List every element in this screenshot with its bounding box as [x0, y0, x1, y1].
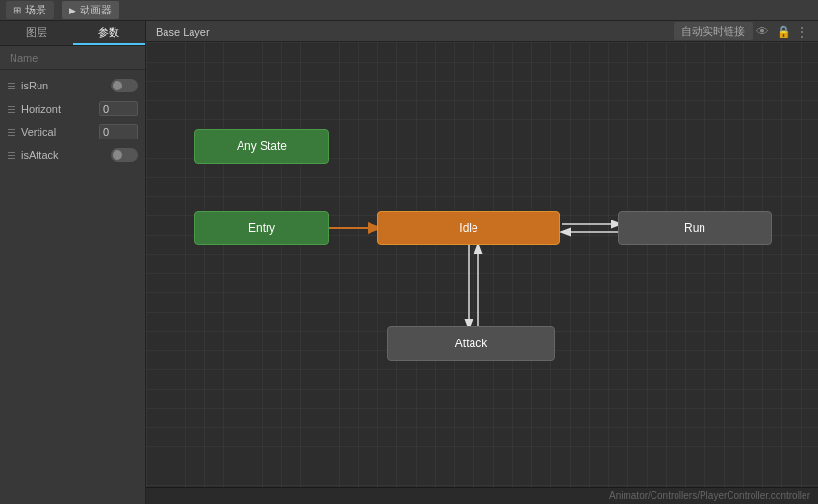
sidebar-tabs: 图层 参数: [0, 21, 145, 46]
animator-play-icon: ▶: [69, 6, 76, 15]
toggle-knob-isrun: [113, 81, 122, 90]
top-bar: ⊞ 场景 ▶ 动画器: [0, 0, 818, 21]
canvas-header: Base Layer 自动实时链接 👁 🔒 ⋮: [146, 21, 818, 42]
node-idle[interactable]: Idle: [377, 211, 560, 245]
search-input[interactable]: [10, 52, 142, 63]
param-input-horizontal[interactable]: [99, 101, 138, 116]
tab-layers[interactable]: 图层: [0, 21, 73, 45]
param-list: isRun Horizont Vertical: [0, 70, 145, 170]
param-input-vertical[interactable]: [99, 124, 138, 139]
animator-canvas[interactable]: Any State Entry Idle Run Attack: [146, 42, 818, 487]
file-path: Animator/Controllers/PlayerController.co…: [609, 491, 810, 501]
param-toggle-isattack[interactable]: [111, 148, 138, 162]
node-attack[interactable]: Attack: [387, 326, 555, 361]
tab-params[interactable]: 参数: [73, 21, 146, 45]
menu-dots-icon: ⋮: [795, 24, 808, 39]
lock-icon: 🔒: [777, 25, 791, 38]
canvas-header-right: 自动实时链接 👁 🔒 ⋮: [674, 22, 808, 40]
param-label-horizontal: Horizont: [21, 103, 93, 114]
tab-animator[interactable]: ▶ 动画器: [62, 1, 119, 19]
drag-handle-vertical[interactable]: [8, 126, 15, 138]
drag-handle-isattack[interactable]: [8, 149, 15, 161]
tab-scene-label: 场景: [25, 3, 46, 17]
param-row-vertical: Vertical: [0, 120, 145, 143]
realtime-link-button[interactable]: 自动实时链接: [674, 22, 753, 40]
param-label-vertical: Vertical: [21, 126, 93, 138]
eye-button[interactable]: 👁: [753, 24, 773, 38]
canvas-header-left: Base Layer: [156, 26, 210, 38]
param-row-isrun: isRun: [0, 74, 145, 97]
toggle-knob-isattack: [113, 150, 122, 160]
sidebar-search: +: [0, 46, 145, 70]
tab-animator-label: 动画器: [80, 3, 112, 17]
param-label-isattack: isAttack: [21, 149, 105, 161]
eye-icon: 👁: [756, 24, 769, 38]
right-panel: Base Layer 自动实时链接 👁 🔒 ⋮: [146, 21, 818, 504]
node-run[interactable]: Run: [618, 211, 772, 245]
sidebar: 图层 参数 + isRun: [0, 21, 146, 504]
node-any-state[interactable]: Any State: [194, 129, 329, 164]
param-toggle-isrun[interactable]: [111, 79, 138, 92]
base-layer-label: Base Layer: [156, 26, 210, 38]
tab-scene[interactable]: ⊞ 场景: [6, 1, 54, 19]
connections-svg: [146, 42, 818, 487]
drag-handle-isrun[interactable]: [8, 80, 15, 91]
param-row-isattack: isAttack: [0, 143, 145, 166]
node-entry[interactable]: Entry: [194, 211, 329, 245]
status-bar: Animator/Controllers/PlayerController.co…: [146, 487, 818, 504]
param-label-isrun: isRun: [21, 80, 105, 91]
main-content: 图层 参数 + isRun: [0, 21, 818, 504]
param-row-horizontal: Horizont: [0, 97, 145, 120]
drag-handle-horizontal[interactable]: [8, 103, 15, 114]
scene-grid-icon: ⊞: [13, 5, 21, 15]
